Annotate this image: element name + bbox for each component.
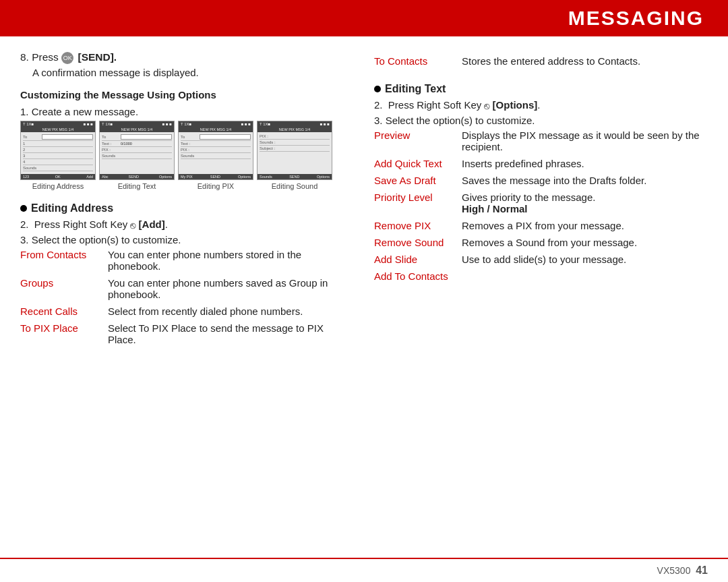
screen-4-header: T 1X■■ ■ ■ [257, 121, 332, 127]
step-2-text: 2. Press Right Soft Key ⎋ [Options]. [374, 99, 708, 111]
bullet-dot-2 [374, 86, 381, 92]
remove-sound-desc: Removes a Sound from your message. [462, 237, 708, 248]
phone-editing-address: T 1X■■ ■ ■ NEW PIX MSG 1/4 To 1 2 3 4 So… [20, 121, 96, 190]
send-label: [SEND]. [78, 51, 117, 63]
right-column: To Contacts Stores the entered address t… [374, 51, 708, 546]
option-preview: Preview Displays the PIX message as it w… [374, 129, 708, 152]
phone-label-1: Editing Address [32, 182, 84, 190]
to-contacts-desc: Stores the entered address to Contacts. [462, 55, 708, 67]
save-as-draft-label: Save As Draft [374, 175, 462, 186]
editing-text-label: Editing Text [385, 83, 446, 95]
options-label: [Options] [493, 99, 538, 111]
soft-key-icon-2: ⎋ [484, 100, 489, 111]
recent-calls-label: Recent Calls [20, 305, 108, 317]
remove-pix-desc: Removes a PIX from your message. [462, 220, 708, 231]
phone-screen-3: T 1X■■ ■ ■ NEW PIX MSG 1/4 To Text : PIX… [178, 121, 253, 180]
phone-label-3: Editing PIX [198, 182, 234, 190]
editing-text-heading: Editing Text [374, 83, 708, 95]
option-remove-pix: Remove PIX Removes a PIX from your messa… [374, 220, 708, 231]
phone-screen-4: T 1X■■ ■ ■ NEW PIX MSG 1/4 PIX : Sounds … [257, 121, 332, 180]
remove-sound-label: Remove Sound [374, 237, 462, 248]
preview-desc: Displays the PIX message as it would be … [462, 129, 708, 152]
step-1: 1. Create a new message. [20, 106, 354, 117]
recent-calls-desc: Select from recently dialed phone number… [108, 305, 354, 317]
groups-label: Groups [20, 277, 108, 289]
add-slide-desc: Use to add slide(s) to your message. [462, 254, 708, 265]
footer-model: VX5300 [657, 565, 696, 576]
option-add-to-contacts: Add To Contacts [374, 270, 708, 282]
phone-editing-text: T 1X■■ ■ ■ NEW PIX MSG 1/4 To Text :0/10… [99, 121, 175, 190]
step-3-address: 3. Select the option(s) to customize. [20, 234, 354, 245]
footer-page: 41 [696, 564, 708, 577]
editing-address-heading: Editing Address [20, 202, 354, 214]
to-pix-place-desc: Select To PIX Place to send the message … [108, 322, 354, 345]
add-quick-text-desc: Inserts predefined phrases. [462, 158, 708, 169]
add-to-contacts-label: Add To Contacts [374, 270, 462, 282]
step-8: 8. Press OK [SEND]. [20, 51, 354, 64]
option-remove-sound: Remove Sound Removes a Sound from your m… [374, 237, 708, 248]
footer: VX5300 41 [0, 558, 728, 582]
option-to-pix-place: To PIX Place Select To PIX Place to send… [20, 322, 354, 345]
step-3-text: 3. Select the option(s) to customize. [374, 115, 708, 126]
option-from-contacts: From Contacts You can enter phone number… [20, 249, 354, 272]
phone-screenshots: T 1X■■ ■ ■ NEW PIX MSG 1/4 To 1 2 3 4 So… [20, 121, 354, 190]
ok-button-icon: OK [61, 52, 73, 64]
option-add-quick-text: Add Quick Text Inserts predefined phrase… [374, 158, 708, 169]
priority-level-desc: Gives priority to the message.High / Nor… [462, 192, 708, 214]
editing-address-label: Editing Address [31, 202, 113, 214]
customizing-heading: Customizing the Message Using Options [20, 89, 354, 100]
option-recent-calls: Recent Calls Select from recently dialed… [20, 305, 354, 317]
phone-label-4: Editing Sound [272, 182, 318, 190]
option-save-as-draft: Save As Draft Saves the message into the… [374, 175, 708, 186]
add-slide-label: Add Slide [374, 254, 462, 265]
screen-1-header: T 1X■■ ■ ■ [21, 121, 95, 127]
to-pix-place-label: To PIX Place [20, 322, 108, 334]
option-to-contacts: To Contacts Stores the entered address t… [374, 55, 708, 67]
step-8-label: 8. Press [20, 51, 61, 63]
page-header: MESSAGING [0, 0, 728, 36]
from-contacts-desc: You can enter phone numbers stored in th… [108, 249, 354, 272]
save-as-draft-desc: Saves the message into the Drafts folder… [462, 175, 708, 186]
add-label: [Add] [139, 219, 165, 230]
phone-editing-sound: T 1X■■ ■ ■ NEW PIX MSG 1/4 PIX : Sounds … [257, 121, 332, 190]
add-quick-text-label: Add Quick Text [374, 158, 462, 169]
option-add-slide: Add Slide Use to add slide(s) to your me… [374, 254, 708, 265]
option-groups: Groups You can enter phone numbers saved… [20, 277, 354, 300]
phone-screen-1: T 1X■■ ■ ■ NEW PIX MSG 1/4 To 1 2 3 4 So… [20, 121, 96, 180]
screen-3-header: T 1X■■ ■ ■ [179, 121, 253, 127]
page-title: MESSAGING [568, 7, 704, 30]
option-priority-level: Priority Level Gives priority to the mes… [374, 192, 708, 214]
bullet-dot [20, 205, 27, 212]
phone-screen-2: T 1X■■ ■ ■ NEW PIX MSG 1/4 To Text :0/10… [99, 121, 175, 180]
phone-label-2: Editing Text [118, 182, 156, 190]
remove-pix-label: Remove PIX [374, 220, 462, 231]
to-contacts-label: To Contacts [374, 55, 462, 67]
phone-editing-pix: T 1X■■ ■ ■ NEW PIX MSG 1/4 To Text : PIX… [178, 121, 253, 190]
screen-2-header: T 1X■■ ■ ■ [100, 121, 174, 127]
step-2-address: 2. Press Right Soft Key ⎋ [Add]. [20, 219, 354, 231]
preview-label: Preview [374, 129, 462, 141]
step-8-confirm: A confirmation message is displayed. [32, 67, 354, 78]
soft-key-icon: ⎋ [130, 220, 135, 231]
left-column: 8. Press OK [SEND]. A confirmation messa… [20, 51, 354, 546]
groups-desc: You can enter phone numbers saved as Gro… [108, 277, 354, 300]
from-contacts-label: From Contacts [20, 249, 108, 260]
main-content: 8. Press OK [SEND]. A confirmation messa… [0, 36, 728, 558]
priority-level-label: Priority Level [374, 192, 462, 203]
